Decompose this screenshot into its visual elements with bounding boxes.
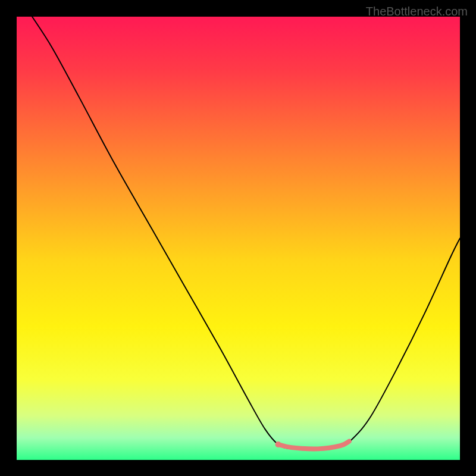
bottleneck-chart (17, 17, 460, 460)
watermark-text: TheBottleneck.com (366, 5, 468, 18)
chart-container (17, 17, 460, 460)
chart-background (17, 17, 460, 460)
highlight-dot (275, 441, 281, 447)
